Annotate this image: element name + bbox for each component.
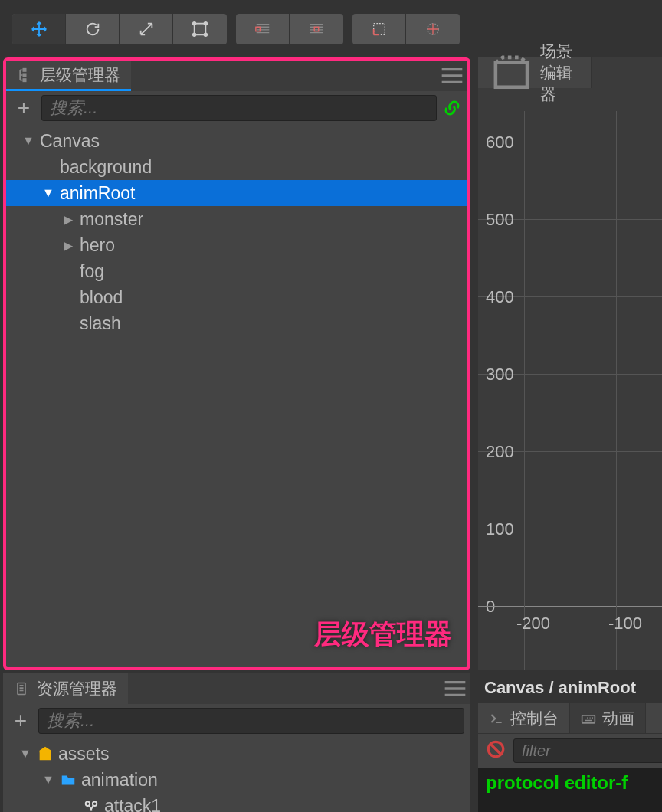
assets-row[interactable]: animation <box>3 767 470 793</box>
gizmo1-icon <box>371 21 388 38</box>
scene-tab-label: 场景编辑器 <box>540 41 578 105</box>
scene-panel: 场景编辑器 6005004003002001000-200-100 <box>478 57 662 670</box>
arrow-down-icon[interactable] <box>21 134 35 148</box>
scene-tab[interactable]: 场景编辑器 <box>478 57 592 88</box>
hierarchy-row[interactable]: animRoot <box>6 180 467 206</box>
console-filter-input[interactable] <box>513 738 662 763</box>
svg-rect-16 <box>496 62 527 87</box>
assets-panel: 资源管理器 + assetsanimationattack1 <box>3 673 470 812</box>
breadcrumb-text: Canvas / animRoot <box>484 678 636 698</box>
assets-menu-button[interactable] <box>440 673 470 704</box>
hierarchy-row[interactable]: monster <box>6 206 467 232</box>
assets-row[interactable]: assets <box>3 741 470 767</box>
rect-icon <box>192 21 208 38</box>
scale-tool[interactable] <box>120 14 173 44</box>
assets-toolbar: + <box>3 704 470 738</box>
gizmo-tool-2[interactable] <box>406 14 460 44</box>
arrow-down-icon[interactable] <box>41 773 55 787</box>
hierarchy-search-input[interactable] <box>41 95 437 121</box>
ruler-label: 100 <box>486 519 514 539</box>
hierarchy-panel: 层级管理器 + CanvasbackgroundanimRootmonsterh… <box>3 57 470 670</box>
scene-icon <box>490 52 533 94</box>
hierarchy-tab-label: 层级管理器 <box>40 64 120 86</box>
svg-rect-11 <box>23 79 25 81</box>
axis-x <box>478 606 662 607</box>
hierarchy-row[interactable]: hero <box>6 232 467 258</box>
svg-rect-10 <box>23 74 25 76</box>
assets-tab[interactable]: 资源管理器 <box>3 673 128 704</box>
arrow-down-icon[interactable] <box>18 747 32 761</box>
asset-node-label: assets <box>58 744 109 765</box>
animation-tab-label: 动画 <box>602 708 634 729</box>
assets-search-input[interactable] <box>38 708 464 734</box>
arrow-right-icon[interactable] <box>61 212 75 227</box>
link-button[interactable] <box>443 99 461 117</box>
svg-point-1 <box>193 21 196 25</box>
assets-tree: assetsanimationattack1 <box>3 738 470 812</box>
gizmo-tool-1[interactable] <box>352 14 406 44</box>
console-tab-label: 控制台 <box>510 708 559 729</box>
svg-rect-17 <box>582 715 595 722</box>
tree-node-label: Canvas <box>40 131 100 152</box>
hierarchy-row[interactable]: blood <box>6 284 467 310</box>
hierarchy-row[interactable]: background <box>6 154 467 180</box>
ruler-label: 500 <box>486 210 514 230</box>
scene-tabbar: 场景编辑器 <box>478 57 662 88</box>
arrow-right-icon[interactable] <box>61 238 75 253</box>
svg-rect-7 <box>373 23 385 34</box>
hierarchy-toolbar: + <box>6 91 467 125</box>
console-tab[interactable]: 控制台 <box>478 703 570 733</box>
add-asset-button[interactable]: + <box>9 709 32 732</box>
arrow-down-icon[interactable] <box>41 186 55 200</box>
console-output: protocol editor-f <box>478 768 662 812</box>
tree-node-label: hero <box>80 235 115 256</box>
scene-breadcrumb: Canvas / animRoot <box>478 673 662 703</box>
animation-tab[interactable]: 动画 <box>570 703 646 733</box>
rotate-icon <box>84 21 101 38</box>
anchor-tool-1[interactable] <box>236 14 290 44</box>
console-panel: 控制台 动画 protocol editor-f <box>478 703 662 812</box>
gizmo-tool-group <box>352 14 460 44</box>
svg-point-4 <box>205 33 208 36</box>
hierarchy-row[interactable]: Canvas <box>6 128 467 154</box>
hierarchy-row[interactable]: fog <box>6 258 467 284</box>
hierarchy-tabbar: 层级管理器 <box>6 61 467 91</box>
ruler-label: 600 <box>486 133 514 152</box>
scene-viewport[interactable]: 6005004003002001000-200-100 <box>478 111 662 670</box>
ruler-label: -100 <box>608 614 642 634</box>
move-icon <box>31 21 48 38</box>
tree-node-label: fog <box>80 261 104 282</box>
ruler-label: 200 <box>486 442 514 462</box>
svg-point-3 <box>193 33 196 36</box>
hierarchy-icon <box>17 67 32 83</box>
keyboard-icon <box>581 711 596 726</box>
db-icon <box>37 745 54 762</box>
anchor2-icon <box>308 21 325 38</box>
asset-node-label: attack1 <box>104 796 161 813</box>
transform-tool-group <box>12 14 227 44</box>
move-tool[interactable] <box>12 14 66 44</box>
anchor-tool-group <box>236 14 343 44</box>
grid-line <box>616 111 617 670</box>
ruler-label: 300 <box>486 365 514 385</box>
console-log-line: protocol editor-f <box>486 772 628 793</box>
svg-rect-5 <box>255 27 260 31</box>
hierarchy-row[interactable]: slash <box>6 310 467 336</box>
hierarchy-menu-button[interactable] <box>437 61 467 91</box>
grid-line <box>524 111 525 670</box>
add-node-button[interactable]: + <box>12 97 35 120</box>
hamburger-icon <box>437 61 467 91</box>
hierarchy-tree: CanvasbackgroundanimRootmonsterherofogbl… <box>6 125 467 339</box>
anchor-tool-2[interactable] <box>290 14 343 44</box>
link-icon <box>443 99 461 117</box>
clear-icon <box>486 739 506 759</box>
hierarchy-tab[interactable]: 层级管理器 <box>6 61 131 91</box>
rotate-tool[interactable] <box>66 14 120 44</box>
hierarchy-callout: 层级管理器 <box>314 616 452 653</box>
assets-row[interactable]: attack1 <box>3 793 470 812</box>
ruler-label: 400 <box>486 287 514 307</box>
clear-console-button[interactable] <box>486 739 506 763</box>
tree-node-label: animRoot <box>60 183 135 204</box>
rect-tool[interactable] <box>173 14 227 44</box>
tree-node-label: background <box>60 157 152 178</box>
